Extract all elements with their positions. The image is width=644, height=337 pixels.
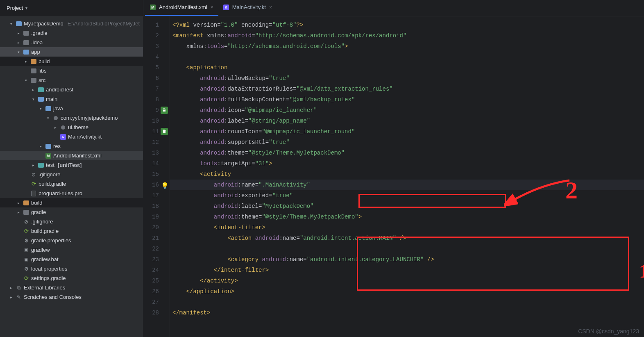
- code-line[interactable]: xmlns:tools="http://schemas.android.com/…: [170, 41, 644, 52]
- project-tree[interactable]: ▾MyJetpackDemoE:\AndroidStudioProject\My…: [0, 16, 143, 337]
- tree-node[interactable]: MAndroidManifest.xml: [0, 151, 143, 160]
- code-line[interactable]: <?xml version="1.0" encoding="utf-8"?>: [170, 20, 644, 30]
- tree-twisty-icon[interactable]: ▸: [30, 163, 36, 167]
- tree-node[interactable]: ▾src: [0, 75, 143, 85]
- code-line[interactable]: </manifest>: [170, 307, 644, 318]
- tree-node[interactable]: ▸build: [0, 198, 143, 207]
- editor-tab[interactable]: MAndroidManifest.xml×: [145, 0, 218, 16]
- tree-twisty-icon[interactable]: ▾: [45, 116, 51, 120]
- tree-twisty-icon[interactable]: ▸: [16, 41, 21, 45]
- close-icon[interactable]: ×: [211, 5, 213, 10]
- tree-node[interactable]: ⚙gradle.properties: [0, 236, 143, 245]
- code-line[interactable]: <intent-filter>: [170, 222, 644, 233]
- tree-node[interactable]: ⊘.gitignore: [0, 170, 143, 179]
- tree-node[interactable]: ▸build: [0, 57, 143, 66]
- tree-node[interactable]: ▾app: [0, 47, 143, 57]
- gutter-line: 1: [143, 20, 170, 30]
- tree-label: External Libraries: [24, 285, 65, 291]
- tree-twisty-icon[interactable]: ▾: [8, 22, 14, 26]
- tree-node[interactable]: ⚙local.properties: [0, 264, 143, 273]
- watermark: CSDN @csdn_yang123: [578, 328, 639, 335]
- gutter-line: 8: [143, 94, 170, 105]
- tree-twisty-icon[interactable]: ▾: [38, 107, 43, 111]
- folder-icon: [45, 105, 52, 112]
- code-line[interactable]: <action android:name="android.intent.act…: [170, 233, 644, 244]
- tree-node[interactable]: ▾java: [0, 104, 143, 113]
- editor-tab[interactable]: KMainActivity.kt×: [218, 0, 277, 16]
- code-line[interactable]: android:supportsRtl="true": [170, 137, 644, 148]
- code-line[interactable]: [170, 52, 644, 62]
- tree-node[interactable]: ⟳settings.gradle: [0, 273, 143, 283]
- tree-node[interactable]: ▾com.yyf.myjetpackdemo: [0, 113, 143, 123]
- tree-node[interactable]: ▾MyJetpackDemoE:\AndroidStudioProject\My…: [0, 19, 143, 28]
- tree-node[interactable]: ▸gradle: [0, 207, 143, 217]
- code-line[interactable]: android:theme="@style/Theme.MyJetpackDem…: [170, 148, 644, 158]
- tree-node[interactable]: ▾main: [0, 94, 143, 104]
- android-icon[interactable]: [161, 107, 168, 114]
- tree-twisty-icon[interactable]: ▾: [23, 78, 29, 82]
- code-line[interactable]: <manifest xmlns:android="http://schemas.…: [170, 30, 644, 41]
- code-line[interactable]: <application: [170, 62, 644, 73]
- code-line[interactable]: android:label="@string/app_name": [170, 116, 644, 126]
- android-icon[interactable]: [161, 128, 168, 135]
- tree-node[interactable]: ▸.gradle: [0, 28, 143, 38]
- code-line[interactable]: android:roundIcon="@mipmap/ic_launcher_r…: [170, 126, 644, 137]
- code-line[interactable]: <activity: [170, 169, 644, 180]
- script-icon: ▣: [23, 247, 29, 253]
- gutter-line: 2: [143, 30, 170, 41]
- code-line[interactable]: android:fullBackupContent="@xml/backup_r…: [170, 94, 644, 105]
- tree-node[interactable]: ⟳build.gradle: [0, 226, 143, 236]
- gutter-line: 27: [143, 297, 170, 307]
- tree-node[interactable]: ▸test[unitTest]: [0, 160, 143, 170]
- code-line[interactable]: [170, 244, 644, 254]
- gitignore-icon: ⊘: [30, 171, 37, 178]
- code-line[interactable]: [170, 297, 644, 307]
- tree-node[interactable]: ▣gradlew: [0, 245, 143, 255]
- tree-label: settings.gradle: [31, 275, 66, 281]
- code-line[interactable]: </intent-filter>: [170, 265, 644, 276]
- tree-node[interactable]: ⟳build.gradle: [0, 179, 143, 189]
- code-line[interactable]: <category android:name="android.intent.c…: [170, 254, 644, 265]
- code-line[interactable]: </activity>: [170, 276, 644, 286]
- tree-node[interactable]: ▣gradlew.bat: [0, 255, 143, 264]
- code-line[interactable]: android:allowBackup="true": [170, 73, 644, 84]
- tree-twisty-icon[interactable]: ▸: [8, 295, 14, 299]
- tree-twisty-icon[interactable]: ▸: [16, 201, 21, 205]
- code-line[interactable]: tools:targetApi="31">: [170, 158, 644, 169]
- tree-label: com.yyf.myjetpackdemo: [61, 115, 118, 121]
- tree-node[interactable]: CMainActivity.kt: [0, 132, 143, 141]
- library-icon: ⧉: [16, 285, 22, 291]
- code-area[interactable]: <?xml version="1.0" encoding="utf-8"?><m…: [170, 16, 644, 337]
- tree-node[interactable]: ⊘.gitignore: [0, 217, 143, 226]
- tree-twisty-icon[interactable]: ▸: [30, 88, 36, 92]
- code-line[interactable]: android:exported="true": [170, 190, 644, 201]
- code-line[interactable]: </application>: [170, 286, 644, 297]
- code-line[interactable]: android:theme="@style/Theme.MyJetpackDem…: [170, 212, 644, 222]
- code-line[interactable]: android:name=".MainActivity": [170, 180, 644, 190]
- tree-label: androidTest: [46, 87, 73, 93]
- tree-node[interactable]: proguard-rules.pro: [0, 189, 143, 198]
- tree-twisty-icon[interactable]: ▸: [52, 125, 58, 130]
- tree-twisty-icon[interactable]: ▾: [30, 97, 36, 101]
- scratch-icon: ✎: [16, 294, 22, 301]
- tree-twisty-icon[interactable]: ▸: [16, 210, 21, 214]
- tree-twisty-icon[interactable]: ▸: [38, 144, 43, 148]
- tree-twisty-icon[interactable]: ▸: [23, 59, 29, 64]
- tree-node[interactable]: libs: [0, 66, 143, 75]
- code-line[interactable]: android:dataExtractionRules="@xml/data_e…: [170, 84, 644, 94]
- code-line[interactable]: android:icon="@mipmap/ic_launcher": [170, 105, 644, 116]
- tree-node[interactable]: ▸✎Scratches and Consoles: [0, 292, 143, 302]
- tree-node[interactable]: ▸.idea: [0, 38, 143, 47]
- project-tool-button[interactable]: Project ▾: [0, 0, 143, 16]
- code-editor[interactable]: 12345678910111213141516💡1718192021222324…: [143, 16, 644, 337]
- close-icon[interactable]: ×: [269, 5, 272, 10]
- code-line[interactable]: android:label="MyJetpackDemo": [170, 201, 644, 212]
- tree-node[interactable]: ▸ui.theme: [0, 123, 143, 132]
- gear-icon: ⚙: [23, 237, 29, 244]
- tree-twisty-icon[interactable]: ▸: [16, 31, 21, 35]
- tree-node[interactable]: ▸res: [0, 141, 143, 151]
- tree-twisty-icon[interactable]: ▾: [16, 50, 21, 54]
- tree-twisty-icon[interactable]: ▸: [8, 286, 14, 290]
- tree-node[interactable]: ▸⧉External Libraries: [0, 283, 143, 292]
- tree-node[interactable]: ▸androidTest: [0, 85, 143, 94]
